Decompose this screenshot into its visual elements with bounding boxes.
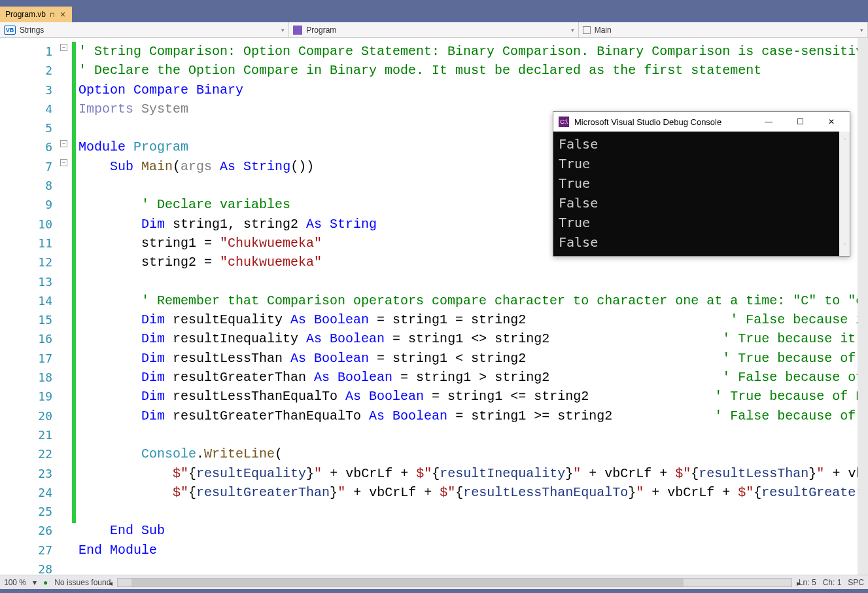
nav-module-dropdown[interactable]: Program ▾ xyxy=(289,22,578,37)
code-line[interactable]: Dim resultEquality As Boolean = string1 … xyxy=(78,310,868,329)
scrollbar-thumb[interactable] xyxy=(131,579,684,586)
pin-icon[interactable]: ⊓ xyxy=(50,11,55,18)
navigation-bar: VB Strings ▾ Program ▾ Main ▾ xyxy=(0,22,868,38)
spacing-mode[interactable]: SPC xyxy=(848,578,864,587)
line-indicator[interactable]: Ln: 5 xyxy=(799,578,816,587)
minimize-button[interactable]: — xyxy=(755,117,782,126)
tab-filename: Program.vb xyxy=(5,10,46,19)
console-line: False xyxy=(559,193,844,213)
close-icon[interactable]: × xyxy=(59,9,67,20)
line-number: 21 xyxy=(0,425,59,444)
debug-console-window[interactable]: C:\ Microsoft Visual Studio Debug Consol… xyxy=(553,111,850,257)
chevron-down-icon: ▾ xyxy=(860,27,863,33)
code-line[interactable]: ' Remember that Comparison operators com… xyxy=(78,291,868,310)
horizontal-scrollbar[interactable]: ◂▸ xyxy=(117,578,792,587)
fold-column[interactable]: − − − xyxy=(59,38,72,575)
code-line[interactable] xyxy=(78,425,868,444)
line-number: 3 xyxy=(0,81,59,99)
line-number: 20 xyxy=(0,406,59,425)
line-number: 10 xyxy=(0,215,59,234)
line-number: 17 xyxy=(0,349,59,368)
console-line: True xyxy=(559,154,844,173)
line-number: 23 xyxy=(0,464,59,483)
line-number-gutter: 1234567891011121314151617181920212223242… xyxy=(0,38,59,575)
console-scrollbar[interactable]: ˄ ˅ xyxy=(839,132,850,256)
nav-project-dropdown[interactable]: VB Strings ▾ xyxy=(0,22,289,37)
scroll-down-icon[interactable]: ˅ xyxy=(843,236,846,256)
file-tab[interactable]: Program.vb ⊓ × xyxy=(0,7,72,22)
code-line[interactable] xyxy=(78,272,868,291)
line-number: 1 xyxy=(0,42,59,61)
code-line[interactable]: ' String Comparison: Option Compare Stat… xyxy=(78,42,868,61)
line-number: 16 xyxy=(0,329,59,348)
code-line[interactable]: Option Compare Binary xyxy=(78,81,868,99)
status-bar: 100 % ▾ ● No issues found ◂▸ Ln: 5 Ch: 1… xyxy=(0,575,868,589)
line-number: 2 xyxy=(0,61,59,80)
nav-method-label: Main xyxy=(595,26,612,35)
console-line: False xyxy=(559,134,844,154)
vb-icon: VB xyxy=(4,26,16,35)
code-line[interactable]: Dim resultGreaterThan As Boolean = strin… xyxy=(78,368,868,387)
code-line[interactable]: $"{resultEquality}" + vbCrLf + $"{result… xyxy=(78,464,868,483)
console-line: True xyxy=(559,173,844,193)
line-number: 26 xyxy=(0,521,59,540)
fold-toggle[interactable]: − xyxy=(60,44,67,51)
nav-method-dropdown[interactable]: Main ▾ xyxy=(579,22,868,37)
code-line[interactable]: Dim resultGreaterThanEqualTo As Boolean … xyxy=(78,406,868,425)
nav-module-label: Program xyxy=(306,26,336,35)
line-number: 19 xyxy=(0,387,59,406)
line-number: 9 xyxy=(0,195,59,214)
line-number: 18 xyxy=(0,368,59,387)
console-title-text: Microsoft Visual Studio Debug Console xyxy=(574,117,721,127)
line-number: 5 xyxy=(0,118,59,137)
line-number: 8 xyxy=(0,176,59,195)
console-output[interactable]: FalseTrueTrueFalseTrueFalse ˄ ˅ xyxy=(553,132,850,256)
line-number: 6 xyxy=(0,137,59,156)
char-indicator[interactable]: Ch: 1 xyxy=(823,578,842,587)
code-line[interactable]: End Module xyxy=(78,541,868,560)
tab-strip: Program.vb ⊓ × xyxy=(0,7,868,22)
zoom-level[interactable]: 100 % xyxy=(4,578,26,587)
nav-project-label: Strings xyxy=(20,26,44,35)
chevron-down-icon: ▾ xyxy=(571,27,574,33)
issues-text[interactable]: No issues found xyxy=(54,578,111,587)
method-icon xyxy=(583,26,591,34)
window-chrome-top xyxy=(0,0,868,7)
line-number: 25 xyxy=(0,502,59,521)
code-line[interactable] xyxy=(78,502,868,521)
line-number: 27 xyxy=(0,541,59,560)
code-line[interactable]: $"{resultGreaterThan}" + vbCrLf + $"{res… xyxy=(78,483,868,502)
zoom-dropdown-icon[interactable]: ▾ xyxy=(33,578,37,587)
line-number: 28 xyxy=(0,560,59,579)
code-line[interactable]: Dim resultLessThan As Boolean = string1 … xyxy=(78,349,868,368)
console-app-icon: C:\ xyxy=(559,117,569,127)
scroll-up-icon[interactable]: ˄ xyxy=(843,132,846,151)
line-number: 11 xyxy=(0,234,59,253)
code-line[interactable]: Console.WriteLine( xyxy=(78,444,868,463)
fold-toggle[interactable]: − xyxy=(60,159,67,166)
check-icon: ● xyxy=(43,578,48,587)
maximize-button[interactable]: ☐ xyxy=(787,117,813,126)
console-titlebar[interactable]: C:\ Microsoft Visual Studio Debug Consol… xyxy=(553,112,850,132)
line-number: 22 xyxy=(0,444,59,463)
console-line: True xyxy=(559,213,844,232)
code-line[interactable]: End Sub xyxy=(78,521,868,540)
line-number: 13 xyxy=(0,272,59,291)
code-line[interactable]: ' Declare the Option Compare in Binary m… xyxy=(78,61,868,80)
line-number: 14 xyxy=(0,291,59,310)
code-line[interactable]: Dim resultInequality As Boolean = string… xyxy=(78,329,868,348)
fold-toggle[interactable]: − xyxy=(60,140,67,147)
scroll-left-icon[interactable]: ◂ xyxy=(109,579,113,588)
line-number: 24 xyxy=(0,483,59,502)
scroll-right-icon[interactable]: ▸ xyxy=(797,579,801,588)
line-number: 7 xyxy=(0,157,59,176)
line-number: 15 xyxy=(0,310,59,329)
console-line: False xyxy=(559,232,844,252)
chevron-down-icon: ▾ xyxy=(281,27,285,33)
close-button[interactable]: ✕ xyxy=(818,117,844,126)
module-icon xyxy=(293,26,302,35)
code-line[interactable]: Dim resultLessThanEqualTo As Boolean = s… xyxy=(78,387,868,406)
line-number: 12 xyxy=(0,253,59,272)
line-number: 4 xyxy=(0,99,59,118)
vertical-scrollbar[interactable] xyxy=(858,38,868,575)
